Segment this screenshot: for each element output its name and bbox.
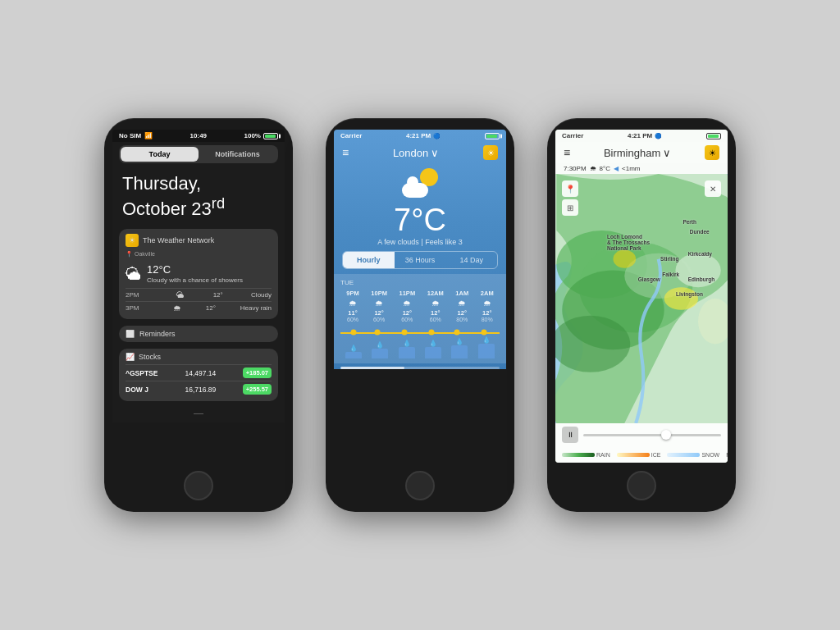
- sun-cloud-icon: [402, 168, 438, 198]
- map-background: Perth Dundee Edinburgh Livingston Glasgo…: [555, 174, 728, 423]
- rain-gradient: [562, 453, 595, 457]
- status-bar-3: Carrier 4:21 PM 🔵: [555, 130, 728, 142]
- temperature-main: 12°C: [147, 263, 243, 276]
- tab-14day[interactable]: 14 Day: [445, 252, 497, 268]
- reminders-widget[interactable]: ⬜ Reminders: [119, 326, 278, 342]
- hourly-forecast: 9PM 🌧 11° 60% 10PM 🌧 12° 60% 11PM: [340, 290, 500, 322]
- battery-indicator: [263, 133, 278, 139]
- phone-3: Carrier 4:21 PM 🔵 ≡ Birmingham ∨: [547, 118, 736, 512]
- menu-icon-3[interactable]: ≡: [564, 146, 570, 159]
- home-button-3[interactable]: [627, 471, 656, 500]
- phone-3-screen: Carrier 4:21 PM 🔵 ≡ Birmingham ∨: [555, 130, 728, 463]
- hour-10pm: 10PM 🌧 12° 60%: [371, 290, 387, 322]
- svg-point-8: [675, 253, 720, 287]
- precip-value: <1mm: [622, 165, 640, 172]
- svg-point-7: [613, 250, 636, 268]
- radar-label: Radar: [726, 452, 728, 458]
- stock-row-dowj: DOW J 16,716.89 +255.57: [126, 381, 272, 397]
- status-bar-1: No SIM 📶 10:49 100%: [112, 130, 285, 142]
- bt-icon-3: 🔵: [655, 133, 662, 139]
- tab-today[interactable]: Today: [121, 147, 199, 162]
- forecast-row-2: 3PM 🌧 12° Heavy rain: [126, 301, 272, 314]
- carrier-2: Carrier: [340, 132, 362, 139]
- radar-map[interactable]: Perth Dundee Edinburgh Livingston Glasgo…: [555, 174, 728, 423]
- battery-2: [485, 133, 500, 139]
- weather-description: Cloudy with a chance of showers: [147, 276, 243, 285]
- weather-header: ≡ London ∨ ☀: [334, 142, 506, 163]
- date-display: Thursday,October 23rd: [112, 167, 285, 226]
- home-button-2[interactable]: [405, 471, 435, 500]
- forecast-area: TUE 9PM 🌧 11° 60% 10PM 🌧 12° 60%: [334, 274, 506, 363]
- stocks-widget: 📈 Stocks ^GSPTSE 14,497.14 +185.07 DOW J…: [119, 349, 278, 401]
- snow-label: SNOW: [701, 452, 719, 458]
- stock-row-gsptse: ^GSPTSE 14,497.14 +185.07: [126, 364, 272, 381]
- hour-11pm: 11PM 🌧 12° 60%: [399, 290, 416, 322]
- phone-1: No SIM 📶 10:49 100% Today Notifications: [104, 118, 293, 512]
- home-button-1[interactable]: [184, 471, 213, 500]
- phone-2: Carrier 4:21 PM 🔵 ≡ London ∨: [326, 118, 514, 512]
- time-2: 4:21 PM: [406, 132, 431, 139]
- phone-2-screen: Carrier 4:21 PM 🔵 ≡ London ∨: [334, 130, 506, 463]
- city-name: London: [393, 147, 428, 159]
- precip-label: ◀: [614, 165, 619, 172]
- tab-notifications[interactable]: Notifications: [199, 147, 276, 162]
- pause-button[interactable]: ⏸: [562, 427, 578, 443]
- temperature-timeline: [340, 326, 500, 339]
- precipitation-bars: 💧 💧 💧 💧: [340, 342, 500, 358]
- ice-gradient: [617, 453, 650, 457]
- weather-temp-bar: 8°C: [600, 165, 610, 172]
- timeline-slider[interactable]: [583, 434, 721, 436]
- phone-1-screen: No SIM 📶 10:49 100% Today Notifications: [112, 130, 285, 463]
- snow-gradient: [667, 453, 700, 457]
- battery-label: 100%: [244, 132, 261, 139]
- location-icon[interactable]: 📍: [562, 180, 578, 197]
- menu-icon[interactable]: ≡: [342, 147, 349, 158]
- app-icon-2: ☀: [483, 145, 498, 160]
- rain-label: RAIN: [596, 452, 610, 458]
- weather-app-name: The Weather Network: [143, 236, 214, 244]
- reminders-icon: ⬜: [126, 330, 135, 338]
- stocks-icon: 📈: [126, 353, 135, 361]
- radar-legend: RAIN ICE SNOW Radar ©2015 FORECA: [555, 446, 728, 463]
- app-icon-3: ☀: [705, 145, 719, 160]
- carrier-label: No SIM: [119, 132, 141, 139]
- hour-1am: 1AM 🌧 12° 80%: [455, 290, 468, 322]
- phone-2-content: Carrier 4:21 PM 🔵 ≡ London ∨: [334, 130, 506, 369]
- scroll-indicator-2: [340, 367, 500, 369]
- scene: No SIM 📶 10:49 100% Today Notifications: [0, 0, 840, 630]
- wifi-icon: 📶: [144, 132, 153, 139]
- city-name-3: Birmingham: [604, 147, 660, 159]
- carrier-3: Carrier: [562, 132, 583, 139]
- time-3: 4:21 PM: [628, 132, 652, 139]
- weather-icon-area: [334, 163, 506, 204]
- feels-like: A few clouds | Feels like 3: [334, 235, 506, 251]
- slider-thumb[interactable]: [661, 430, 671, 440]
- scroll-indicator: —: [112, 404, 285, 422]
- bt-icon-2: 🔵: [433, 133, 441, 139]
- status-bar-2: Carrier 4:21 PM 🔵: [334, 130, 506, 142]
- reminders-label: Reminders: [139, 330, 176, 338]
- tab-hourly[interactable]: Hourly: [343, 252, 395, 268]
- stock-change-gsptse: +185.07: [243, 368, 272, 378]
- weather-icon-main: 🌥: [126, 265, 142, 284]
- cloud-part: [402, 183, 428, 198]
- hour-12am: 12AM 🌧 12° 60%: [427, 290, 444, 322]
- tab-36hours[interactable]: 36 Hours: [395, 252, 446, 268]
- layers-icon[interactable]: ✕: [705, 180, 721, 197]
- map-header: ≡ Birmingham ∨ ☀: [555, 142, 728, 163]
- city-selector-3[interactable]: Birmingham ∨: [604, 147, 671, 159]
- battery-fill: [265, 135, 276, 138]
- battery-3: [706, 133, 721, 139]
- location-label: 📍 Oakville: [126, 250, 272, 260]
- hour-2am: 2AM 🌧 12° 80%: [481, 290, 494, 322]
- map-controls: 📍 ⊞: [562, 180, 578, 216]
- forecast-tabs: Hourly 36 Hours 14 Day: [342, 251, 498, 269]
- weather-widget: ☀ The Weather Network 📍 Oakville 🌥 12°C …: [119, 229, 278, 319]
- weather-time: 7:30PM: [564, 165, 587, 172]
- weather-time-bar: 7:30PM 🌧 8°C ◀ <1mm: [555, 163, 728, 174]
- svg-point-6: [664, 287, 698, 310]
- grid-icon[interactable]: ⊞: [562, 199, 578, 216]
- stocks-label: Stocks: [139, 353, 161, 361]
- city-selector[interactable]: London ∨: [393, 147, 439, 159]
- twn-app-icon: ☀: [126, 234, 139, 247]
